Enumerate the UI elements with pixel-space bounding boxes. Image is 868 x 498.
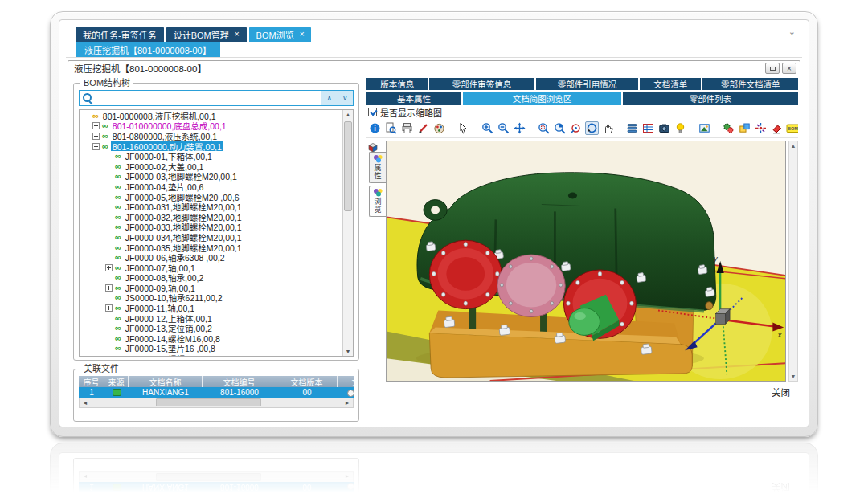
column-header[interactable]: 文档格式: [338, 376, 354, 387]
panel-tab[interactable]: 零部件引用情况: [536, 78, 638, 90]
tree-item[interactable]: JF0000-08,轴承,00,2: [80, 273, 342, 284]
tree-item[interactable]: JF0000-01,下箱体,00,1: [80, 151, 342, 161]
close-link[interactable]: 关闭: [772, 388, 790, 398]
top-tab[interactable]: 设计BOM管理: [166, 27, 247, 42]
eraser-icon[interactable]: [770, 121, 784, 135]
panel-tab[interactable]: 零部件文档清单: [702, 78, 798, 90]
search-input[interactable]: [95, 92, 321, 104]
close-button[interactable]: [782, 63, 796, 74]
layers-icon[interactable]: [625, 121, 639, 135]
expander-icon[interactable]: [92, 133, 100, 140]
source-badge-icon: [113, 389, 121, 396]
zoom-out-icon[interactable]: [497, 121, 510, 135]
assemble-icon[interactable]: [738, 121, 751, 135]
expander-icon[interactable]: [105, 284, 113, 292]
tree-item[interactable]: JF0000-16,螺帽M16 ,00,8: [80, 353, 342, 356]
doc-preview-icon[interactable]: [384, 121, 398, 135]
light-bulb-icon[interactable]: [674, 121, 687, 135]
tree-item[interactable]: 801-0000008,液压挖掘机,00,1: [80, 111, 342, 121]
column-header[interactable]: 文档版本: [276, 376, 338, 387]
tree-item[interactable]: JF0000-15,垫片16 ,00,8: [80, 344, 342, 354]
orbit-icon[interactable]: [585, 121, 599, 135]
tree-item[interactable]: JF0000-035,地脚螺栓M20,00,1: [80, 243, 342, 253]
scroll-right-icon[interactable]: ►: [342, 400, 353, 406]
sub-tab[interactable]: 液压挖掘机【801-0000008-00】: [76, 42, 220, 57]
top-tab[interactable]: BOM浏览: [249, 27, 312, 42]
tree-item[interactable]: JF0000-034,地脚螺栓M20,00,1: [80, 232, 342, 243]
panel-tab[interactable]: 零部件列表: [623, 92, 798, 105]
tab-close-icon[interactable]: [235, 31, 240, 39]
image-export-icon[interactable]: [698, 121, 711, 135]
tree-item[interactable]: JF0000-13,定位销,00,2: [80, 323, 342, 333]
tab-close-icon[interactable]: [300, 31, 305, 39]
tree-item[interactable]: JF0000-03,地脚螺栓M20,00,1: [80, 172, 342, 182]
explode-icon[interactable]: [754, 121, 768, 135]
panel-tab[interactable]: 文档清单: [640, 78, 701, 90]
tree-item[interactable]: JF0000-033,地脚螺栓M20,00,1: [80, 222, 342, 233]
tree-item[interactable]: JF0000-11,轴,00,1: [80, 303, 342, 313]
column-header[interactable]: 来源: [104, 376, 129, 387]
palette-icon[interactable]: [432, 121, 446, 135]
tree-item[interactable]: JF0000-12,上箱体,00,1: [80, 313, 342, 324]
column-header[interactable]: 文档编号: [203, 376, 276, 387]
fit-view-icon[interactable]: [513, 121, 526, 135]
tree-item[interactable]: JF0000-04,垫片,00,6: [80, 182, 342, 192]
expander-icon[interactable]: [92, 122, 100, 129]
scroll-up-icon[interactable]: ▲: [346, 112, 351, 117]
tree-item[interactable]: JF0000-02,大盖,00,1: [80, 161, 342, 172]
search-next-icon[interactable]: ∨: [338, 91, 354, 105]
panel-tab[interactable]: 版本信息: [366, 78, 428, 90]
tree-item[interactable]: JF0000-09,轴,00,1: [80, 283, 342, 293]
tree-item[interactable]: JF0000-06,轴承6308 ,00,2: [80, 252, 342, 263]
pan-hand-icon[interactable]: [601, 121, 615, 135]
table-horizontal-scrollbar[interactable]: ◄ ►: [79, 398, 354, 408]
expander-icon[interactable]: [105, 264, 113, 271]
camera-icon[interactable]: [657, 121, 671, 135]
tree-item[interactable]: 801-0800000,液压系统,00,1: [80, 131, 342, 141]
column-header[interactable]: 序号: [79, 376, 104, 387]
panel-tab[interactable]: 零部件审签信息: [429, 78, 534, 90]
zoom-extent-icon[interactable]: [553, 121, 567, 135]
tree-item[interactable]: JF0000-05,地脚螺栓M20 ,00,6: [80, 192, 342, 202]
tree-item[interactable]: JF0000-031,地脚螺栓M20,00,1: [80, 202, 342, 212]
chevron-down-icon[interactable]: ⌄: [788, 27, 796, 37]
annotate-pen-icon[interactable]: [416, 121, 430, 135]
gears-icon[interactable]: [722, 121, 735, 135]
bom-icon[interactable]: BOM: [786, 121, 798, 135]
zoom-window-icon[interactable]: [537, 121, 551, 135]
tree-scroll-thumb[interactable]: [344, 121, 352, 211]
scroll-down-icon[interactable]: ▼: [791, 374, 796, 379]
zoom-in-icon[interactable]: [481, 121, 494, 135]
tree-item[interactable]: JF0000-07,轴,00,1: [80, 263, 342, 273]
scroll-thumb[interactable]: [156, 398, 261, 406]
info-icon[interactable]: i: [368, 121, 382, 135]
tree-item[interactable]: 801-010000000,底盘总成,00,1: [80, 121, 342, 132]
scroll-up-icon[interactable]: ▲: [791, 143, 796, 149]
side-tab-browse[interactable]: 浏览: [369, 186, 386, 217]
viewport-3d[interactable]: x y: [386, 141, 786, 382]
search-prev-icon[interactable]: ∧: [321, 91, 338, 105]
expander-icon[interactable]: [105, 304, 113, 312]
select-cursor-icon[interactable]: [457, 121, 470, 135]
tree-item[interactable]: JS0000-10,轴承6211,00,2: [80, 293, 342, 304]
expander-icon[interactable]: [92, 143, 100, 150]
tree-item[interactable]: 801-16000000,动力装置,00,1: [80, 141, 342, 152]
tree-item[interactable]: JF0000-14,螺栓M16,00,8: [80, 333, 342, 344]
scroll-left-icon[interactable]: ◄: [80, 400, 91, 406]
scroll-down-icon[interactable]: ▼: [346, 349, 351, 354]
thumbnail-checkbox[interactable]: [368, 108, 377, 116]
print-icon[interactable]: [400, 121, 414, 135]
side-tab-properties[interactable]: 属性: [369, 152, 386, 183]
restore-button[interactable]: [765, 63, 780, 74]
measure-grid-icon[interactable]: [641, 121, 655, 135]
rotate-target-icon[interactable]: [569, 121, 583, 135]
tree-item[interactable]: JF0000-032,地脚螺栓M20,00,1: [80, 212, 342, 222]
top-tab[interactable]: 我的任务-审签任务: [76, 27, 164, 42]
column-header[interactable]: 文档名称: [129, 376, 203, 387]
panel-vertical-scrollbar[interactable]: ▲ ▼: [788, 141, 798, 382]
panel-tab[interactable]: 基本属性: [366, 92, 461, 105]
table-row[interactable]: 1 HANXIANG1 801-16000 00: [79, 387, 354, 398]
scroll-track[interactable]: [91, 398, 342, 407]
panel-tab[interactable]: 文档简图浏览区: [463, 92, 621, 105]
table-side-button[interactable]: [347, 390, 354, 397]
